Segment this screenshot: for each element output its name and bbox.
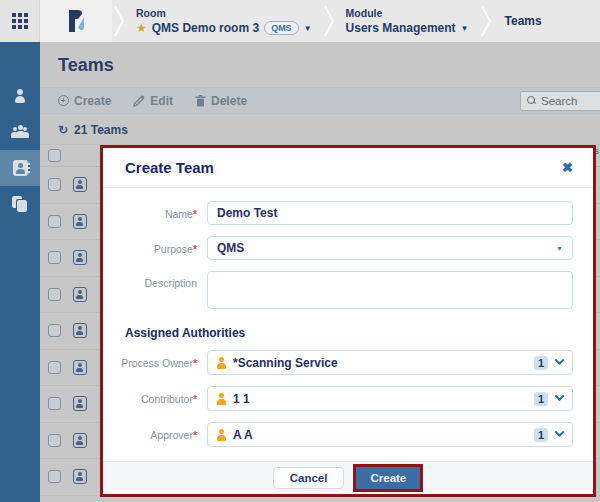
address-book-icon bbox=[13, 160, 28, 176]
row-checkbox[interactable] bbox=[48, 470, 61, 483]
room-type-badge: QMS bbox=[264, 21, 299, 35]
breadcrumb-separator bbox=[479, 0, 493, 42]
left-sidebar bbox=[0, 42, 40, 502]
modal-body: Name* Purpose* QMS ▼ Description Assigne… bbox=[103, 188, 593, 461]
app-grid-button[interactable] bbox=[0, 0, 40, 42]
description-label: Description bbox=[121, 271, 197, 289]
room-caret-down-icon[interactable]: ▼ bbox=[304, 24, 312, 33]
breadcrumb-module-section: Module bbox=[346, 7, 469, 19]
approver-field[interactable]: A A 1 bbox=[207, 422, 573, 447]
modal-footer: Cancel Create bbox=[103, 461, 593, 494]
user-icon bbox=[13, 89, 27, 103]
approver-value: A A bbox=[233, 428, 253, 442]
team-count-row: ↻ 21 Teams bbox=[40, 114, 600, 144]
contact-card-icon bbox=[73, 287, 87, 302]
app-logo[interactable] bbox=[40, 0, 112, 42]
create-submit-button[interactable]: Create bbox=[356, 467, 420, 489]
module-caret-down-icon[interactable]: ▼ bbox=[461, 24, 469, 33]
member-icon bbox=[216, 429, 227, 441]
users-group-icon bbox=[11, 125, 29, 139]
create-button-highlight: Create bbox=[353, 464, 423, 492]
process-owner-label: Process Owner* bbox=[121, 356, 197, 369]
team-count-label: 21 Teams bbox=[74, 123, 128, 137]
search-box[interactable] bbox=[520, 91, 600, 111]
sidebar-item-user[interactable] bbox=[0, 78, 40, 114]
approver-label: Approver* bbox=[121, 428, 197, 441]
breadcrumb-room-section: Room bbox=[136, 7, 312, 19]
process-owner-row: Process Owner* *Scanning Service 1 bbox=[121, 350, 573, 375]
description-field-row: Description bbox=[121, 271, 573, 313]
purpose-select[interactable]: QMS ▼ bbox=[207, 236, 573, 260]
required-mark: * bbox=[193, 429, 197, 441]
description-textarea[interactable] bbox=[207, 271, 573, 309]
contact-card-icon bbox=[73, 396, 87, 411]
create-button-label: Create bbox=[74, 94, 111, 108]
search-input[interactable] bbox=[541, 95, 600, 107]
required-mark: * bbox=[193, 357, 197, 369]
select-caret-down-icon: ▼ bbox=[556, 245, 563, 252]
row-checkbox[interactable] bbox=[48, 397, 61, 410]
approver-row: Approver* A A 1 bbox=[121, 422, 573, 447]
breadcrumb-separator bbox=[322, 0, 336, 42]
create-button[interactable]: Create bbox=[58, 94, 111, 108]
required-mark: * bbox=[193, 393, 197, 405]
process-owner-value: *Scanning Service bbox=[233, 356, 338, 370]
required-mark: * bbox=[193, 208, 197, 220]
chevron-down-icon[interactable] bbox=[555, 391, 565, 401]
select-all-checkbox[interactable] bbox=[48, 149, 61, 162]
member-icon bbox=[216, 393, 227, 405]
trash-icon bbox=[195, 95, 206, 107]
breadcrumb-room[interactable]: Room ★ QMS Demo room 3 QMS ▼ bbox=[126, 0, 322, 42]
favorite-star-icon[interactable]: ★ bbox=[136, 22, 147, 34]
cancel-button[interactable]: Cancel bbox=[273, 467, 345, 489]
row-checkbox[interactable] bbox=[48, 324, 61, 337]
process-owner-count-badge[interactable]: 1 bbox=[534, 356, 548, 370]
row-checkbox[interactable] bbox=[48, 288, 61, 301]
sidebar-item-teams[interactable] bbox=[0, 150, 40, 186]
page-title: Teams bbox=[40, 42, 600, 87]
required-mark: * bbox=[193, 243, 197, 255]
breadcrumb-separator bbox=[112, 0, 126, 42]
delete-button-label: Delete bbox=[211, 94, 247, 108]
row-checkbox[interactable] bbox=[48, 434, 61, 447]
contact-card-icon bbox=[73, 433, 87, 448]
contact-card-icon bbox=[73, 250, 87, 265]
search-icon bbox=[527, 96, 536, 105]
breadcrumb-module-value: Users Management bbox=[346, 21, 456, 35]
process-owner-field[interactable]: *Scanning Service 1 bbox=[207, 350, 573, 375]
contributor-count-badge[interactable]: 1 bbox=[534, 392, 548, 406]
plus-icon bbox=[58, 95, 69, 106]
contact-card-icon bbox=[73, 214, 87, 229]
contributor-label: Contributor* bbox=[121, 392, 197, 405]
purpose-selected-value: QMS bbox=[217, 241, 244, 255]
grid-icon bbox=[12, 13, 28, 29]
row-checkbox[interactable] bbox=[48, 215, 61, 228]
pencil-icon bbox=[133, 95, 145, 107]
sidebar-item-groups[interactable] bbox=[0, 114, 40, 150]
modal-title: Create Team bbox=[125, 159, 562, 176]
member-icon bbox=[216, 357, 227, 369]
row-checkbox[interactable] bbox=[48, 178, 61, 191]
assigned-authorities-heading: Assigned Authorities bbox=[125, 326, 573, 340]
create-team-modal: Create Team ✖ Name* Purpose* QMS ▼ Descr… bbox=[100, 145, 596, 497]
edit-button-label: Edit bbox=[150, 94, 173, 108]
chevron-down-icon[interactable] bbox=[555, 427, 565, 437]
breadcrumb-module[interactable]: Module Users Management ▼ bbox=[336, 0, 479, 42]
approver-count-badge[interactable]: 1 bbox=[534, 428, 548, 442]
sidebar-item-documents[interactable] bbox=[0, 186, 40, 222]
close-icon[interactable]: ✖ bbox=[562, 161, 573, 174]
chevron-down-icon[interactable] bbox=[555, 355, 565, 365]
delete-button[interactable]: Delete bbox=[195, 94, 247, 108]
purpose-field-row: Purpose* QMS ▼ bbox=[121, 236, 573, 260]
refresh-icon[interactable]: ↻ bbox=[58, 123, 68, 137]
row-checkbox[interactable] bbox=[48, 361, 61, 374]
name-input[interactable] bbox=[207, 201, 573, 225]
contact-card-icon bbox=[73, 323, 87, 338]
breadcrumb-room-value: QMS Demo room 3 bbox=[152, 21, 259, 35]
edit-button[interactable]: Edit bbox=[133, 94, 173, 108]
contributor-value: 1 1 bbox=[233, 392, 250, 406]
name-field-row: Name* bbox=[121, 201, 573, 225]
contributor-row: Contributor* 1 1 1 bbox=[121, 386, 573, 411]
row-checkbox[interactable] bbox=[48, 251, 61, 264]
contributor-field[interactable]: 1 1 1 bbox=[207, 386, 573, 411]
